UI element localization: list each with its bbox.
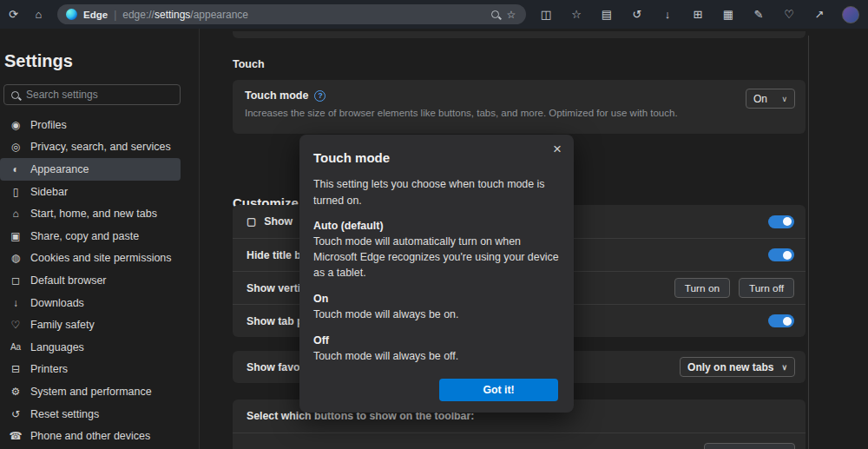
option-on-title: On xyxy=(313,293,560,305)
web-capture-icon[interactable]: ✎ xyxy=(751,9,766,20)
split-screen-icon[interactable]: ◫ xyxy=(538,9,554,20)
toolbar-row-icon: ▢ xyxy=(247,215,256,228)
setting-row-label: Hide title b xyxy=(247,249,301,261)
touch-mode-label: Touch mode xyxy=(245,89,308,102)
sidebar-item-label: Reset settings xyxy=(30,408,99,420)
url-suffix: /appearance xyxy=(190,9,248,21)
add-favorite-icon[interactable]: ☆ xyxy=(505,10,517,20)
sidebar-item-reset-settings[interactable]: ↺Reset settings xyxy=(0,403,181,426)
sidebar-item-label: Family safety xyxy=(30,319,95,331)
touch-mode-dialog: × Touch mode This setting lets you choos… xyxy=(299,135,574,413)
address-url: edge://settings/appearance xyxy=(122,9,248,21)
sidebar-item-label: Languages xyxy=(30,341,84,353)
set-button-url-button[interactable]: Set button URL xyxy=(704,443,795,449)
system-icon: ⚙ xyxy=(9,386,23,398)
setting-row-label: Show xyxy=(264,215,293,228)
privacy-icon: ◎ xyxy=(9,141,23,153)
show-tab-toggle[interactable] xyxy=(768,314,794,327)
close-icon[interactable]: × xyxy=(548,140,567,159)
address-bar[interactable]: Edge | edge://settings/appearance ☆ xyxy=(57,4,526,24)
profiles-icon: ◉ xyxy=(9,119,23,131)
option-auto-title: Auto (default) xyxy=(313,220,560,232)
appearance-icon: ◐ xyxy=(9,163,23,175)
favorites-dropdown[interactable]: Only on new tabs ∨ xyxy=(680,357,795,377)
search-input[interactable] xyxy=(26,89,173,101)
previous-section-card-edge xyxy=(233,31,806,38)
sidebar-item-sidebar[interactable]: ▯Sidebar xyxy=(0,181,181,203)
sidebar-item-languages[interactable]: AaLanguages xyxy=(0,336,181,359)
help-icon[interactable]: ? xyxy=(314,90,326,102)
turn-off-button[interactable]: Turn off xyxy=(739,278,794,298)
sidebar-item-label: Start, home, and new tabs xyxy=(30,208,157,220)
sidebar-item-default-browser[interactable]: ◻Default browser xyxy=(0,269,181,292)
sidebar-item-appearance[interactable]: ◐Appearance xyxy=(0,158,181,181)
chevron-down-icon: ∨ xyxy=(781,95,787,103)
downloads-icon: ↓ xyxy=(9,297,23,309)
sidebar-item-downloads[interactable]: ↓Downloads xyxy=(0,292,181,314)
profile-avatar[interactable] xyxy=(842,6,859,23)
extensions-icon[interactable]: ⊞ xyxy=(690,9,706,20)
sidebar-item-label: Printers xyxy=(30,363,68,375)
sidebar-item-profiles[interactable]: ◉Profiles xyxy=(0,114,181,136)
collections-icon[interactable]: ▤ xyxy=(599,9,615,20)
sidebar-item-cookies-permissions[interactable]: ◍Cookies and site permissions xyxy=(0,248,181,270)
share-icon[interactable]: ↗ xyxy=(812,9,827,20)
browser-essentials-icon[interactable]: ♡ xyxy=(781,9,797,20)
home-icon: ⌂ xyxy=(9,208,23,220)
sidebar-item-family-safety[interactable]: ♡Family safety xyxy=(0,314,181,336)
hide-title-bar-toggle[interactable] xyxy=(768,248,794,261)
got-it-button[interactable]: Got it! xyxy=(439,379,558,401)
show-toggle[interactable] xyxy=(768,215,794,228)
settings-sidebar: Settings ◉Profiles ◎Privacy, search, and… xyxy=(0,29,200,449)
favorites-dropdown-value: Only on new tabs xyxy=(687,361,773,373)
family-safety-icon: ♡ xyxy=(9,319,23,331)
sidebar-nav: ◉Profiles ◎Privacy, search, and services… xyxy=(0,114,181,447)
option-off-description: Touch mode will always be off. xyxy=(313,349,560,365)
sidebar-item-share-copy-paste[interactable]: ▣Share, copy and paste xyxy=(0,225,181,248)
chevron-down-icon: ∨ xyxy=(781,363,787,372)
address-app-label: Edge xyxy=(83,10,108,20)
option-auto-description: Touch mode will automatically turn on wh… xyxy=(313,234,560,281)
turn-on-button[interactable]: Turn on xyxy=(674,278,730,298)
dialog-title: Touch mode xyxy=(313,150,560,165)
sidebar-item-phone-devices[interactable]: ☎Phone and other devices xyxy=(0,425,181,447)
touch-mode-dropdown[interactable]: On ∨ xyxy=(746,89,795,109)
sidebar-item-label: Profiles xyxy=(30,119,67,131)
toolbar-icons: ◫ ☆ ▤ ↺ ↓ ⊞ ▦ ✎ ♡ ↗ xyxy=(538,6,859,23)
sidebar-item-privacy[interactable]: ◎Privacy, search, and services xyxy=(0,136,181,159)
cookies-icon: ◍ xyxy=(9,252,23,264)
downloads-icon[interactable]: ↓ xyxy=(660,9,675,20)
url-prefix: edge:// xyxy=(122,9,155,21)
sidebar-item-label: Phone and other devices xyxy=(30,430,150,442)
browser-toolbar: ⟳ ⌂ Edge | edge://settings/appearance ☆ … xyxy=(0,0,868,29)
setting-row-label: Show tab p xyxy=(247,315,304,327)
favorites-icon[interactable]: ☆ xyxy=(569,9,584,20)
apps-icon[interactable]: ▦ xyxy=(720,9,736,20)
setting-row-label: Show vertic xyxy=(247,282,306,294)
touch-section-header: Touch xyxy=(233,58,265,70)
refresh-icon[interactable]: ⟳ xyxy=(7,9,20,20)
sidebar-item-start-home-tabs[interactable]: ⌂Start, home, and new tabs xyxy=(0,202,181,225)
touch-mode-dropdown-value: On xyxy=(753,93,767,105)
dialog-intro: This setting lets you choose when touch … xyxy=(313,176,560,208)
sidebar-item-label: Downloads xyxy=(30,297,84,309)
search-icon xyxy=(11,91,19,99)
sidebar-item-label: Sidebar xyxy=(30,186,68,198)
history-icon[interactable]: ↺ xyxy=(629,9,645,20)
edge-settings-window: ⟳ ⌂ Edge | edge://settings/appearance ☆ … xyxy=(0,0,868,449)
page-title: Settings xyxy=(4,51,73,71)
sidebar-item-system-performance[interactable]: ⚙System and performance xyxy=(0,380,181,403)
sidebar-item-printers[interactable]: ⊟Printers xyxy=(0,359,181,381)
sidebar-item-label: Share, copy and paste xyxy=(30,230,139,242)
zoom-icon[interactable] xyxy=(491,10,499,18)
address-separator: | xyxy=(114,9,116,21)
sidebar-icon: ▯ xyxy=(9,186,23,198)
phone-icon: ☎ xyxy=(9,430,23,442)
favorites-row-label: Show favor xyxy=(247,361,304,373)
home-icon[interactable]: ⌂ xyxy=(32,9,45,20)
edge-logo-icon xyxy=(66,9,77,20)
content-scrollbar-track[interactable] xyxy=(808,36,809,449)
settings-search[interactable] xyxy=(3,84,181,105)
touch-mode-description: Increases the size of browser elements l… xyxy=(245,108,793,118)
sidebar-item-label: Privacy, search, and services xyxy=(30,141,171,153)
